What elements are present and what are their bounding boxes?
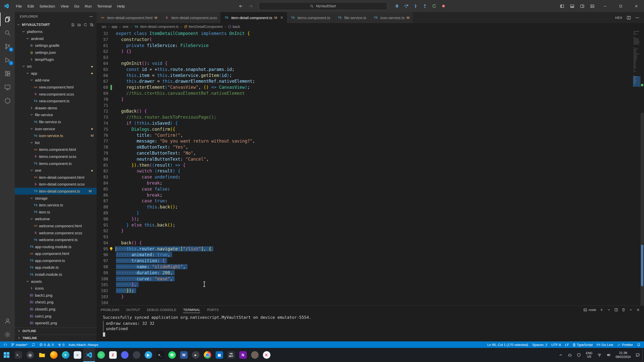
line-number[interactable]: 92	[97, 228, 108, 234]
line-number[interactable]: 61	[97, 43, 108, 49]
tree-item-welcome[interactable]: welcome	[15, 215, 97, 222]
status-language-mode[interactable]: {}TypeScript	[571, 341, 595, 348]
panel-trash-button[interactable]	[622, 308, 625, 312]
line-number[interactable]: 98	[97, 264, 108, 270]
tab-icon-service.ts[interactable]: TSicon-service.tsM	[370, 12, 413, 23]
panel-plus-button[interactable]	[600, 308, 603, 312]
line-number[interactable]: 93	[97, 234, 108, 240]
line-number[interactable]: 90	[97, 216, 108, 222]
taskbar-app-cmd[interactable]: >_	[154, 348, 166, 362]
tree-item-src[interactable]: src●	[15, 63, 97, 70]
code-line-81[interactable]: 81 }).then((result) => {	[97, 162, 644, 168]
taskbar-app-start[interactable]	[1, 348, 12, 362]
line-number[interactable]: 64	[97, 61, 108, 67]
breadcrumb-app[interactable]: app	[111, 25, 117, 29]
tray-volume[interactable]	[604, 348, 613, 362]
code-line-88[interactable]: 88 this.back();	[97, 204, 644, 210]
status-ports[interactable]: 0	[56, 341, 67, 348]
tree-item-app.component.html[interactable]: <>app.component.html	[15, 250, 97, 257]
tree-item-one[interactable]: one●	[15, 167, 97, 174]
code-line-99[interactable]: 99········duration: 200,	[97, 270, 644, 276]
code-line-68[interactable]: 68 registerElement("CanvasView", () => C…	[97, 84, 644, 90]
win-min-button[interactable]	[597, 0, 613, 12]
line-number[interactable]: 74	[97, 120, 108, 126]
code-line-87[interactable]: 87 case true:	[97, 198, 644, 204]
code-line-83[interactable]: 83 case undefined:	[97, 174, 644, 180]
panel-tab-debug-console[interactable]: DEBUG CONSOLE	[147, 306, 176, 314]
taskbar-app-movies-tv[interactable]: ▣	[213, 348, 225, 362]
tree-item-chest1.png[interactable]: chest1.png	[15, 299, 97, 306]
code-line-102[interactable]: 102····});	[97, 288, 644, 294]
tree-item-items.component.ts[interactable]: TSitems.component.ts	[15, 160, 97, 167]
tree-item-icon-service[interactable]: icon-service●	[15, 125, 97, 132]
code-line-89[interactable]: 89 }	[97, 210, 644, 216]
code-line-64[interactable]: 64 ngOnInit(): void {	[97, 61, 644, 67]
status-cursor-position[interactable]: Ln 95, Col 1 (170 selected)	[485, 341, 530, 348]
refresh-button[interactable]	[84, 23, 87, 27]
status-notifications[interactable]	[635, 341, 642, 348]
code-line-73[interactable]: 73 //this.router.backToPreviousPage();	[97, 114, 644, 120]
code-line-98[interactable]: 98········name: "slideRight",	[97, 264, 644, 270]
line-number[interactable]: 101	[97, 282, 108, 288]
panel-chevron-down-button[interactable]	[607, 308, 611, 312]
line-number[interactable]: 91	[97, 222, 108, 228]
code-editor[interactable]: 32export class ItemDetailComponent imple…	[97, 30, 644, 305]
debug-stop-button[interactable]	[439, 2, 448, 10]
tree-item-new.component.html[interactable]: <>new.component.html	[15, 84, 97, 91]
code-line-77[interactable]: 77 message: "Do you want return without …	[97, 138, 644, 144]
panel-split-button[interactable]	[614, 308, 618, 312]
code-line-74[interactable]: 74 if (!this.isSaved) {	[97, 120, 644, 126]
go-forward-button[interactable]	[247, 2, 255, 10]
tree-item-opened1.png[interactable]: opened1.png	[15, 320, 97, 327]
status-problems[interactable]: 00	[37, 341, 56, 348]
menu-edit[interactable]: Edit	[25, 0, 37, 12]
code-line-61[interactable]: 61 private fileService: FileService	[97, 43, 644, 49]
line-number[interactable]: 75	[97, 126, 108, 132]
line-number[interactable]: 97	[97, 258, 108, 264]
line-number[interactable]: 104	[97, 300, 108, 305]
tree-item-new.component.scss[interactable]: Snew.component.scss	[15, 90, 97, 98]
code-line-66[interactable]: 66 this.item = this.itemService.getItem(…	[97, 73, 644, 79]
command-center-search[interactable]: MyVaultStart	[259, 2, 387, 10]
minimap[interactable]	[633, 30, 640, 305]
line-number[interactable]: 85	[97, 186, 108, 192]
taskbar-app-notepad[interactable]: ≡	[71, 348, 83, 362]
menu-terminal[interactable]: Terminal	[95, 0, 114, 12]
status-eol[interactable]: LF	[563, 341, 571, 348]
code-line-76[interactable]: 76 title: "Confirm!",	[97, 132, 644, 139]
debug-step-over-button[interactable]	[402, 2, 411, 10]
code-line-96[interactable]: 96······animated: true,	[97, 252, 644, 258]
tree-item-android[interactable]: android	[15, 35, 97, 42]
code-line-82[interactable]: 82 switch (result) {	[97, 168, 644, 174]
code-line-84[interactable]: 84 break;	[97, 180, 644, 186]
code-line-70[interactable]: 70 }	[97, 97, 644, 103]
code-line-95[interactable]: 95····this.router.navigate(["/list"], {	[97, 246, 644, 252]
line-number[interactable]: 86	[97, 192, 108, 198]
tree-item-list[interactable]: list	[15, 139, 97, 146]
tree-item-new.component.ts[interactable]: TSnew.component.ts	[15, 98, 97, 105]
taskbar-app-telegram[interactable]: ▶	[142, 348, 154, 362]
window-close-button[interactable]	[628, 0, 644, 12]
taskbar-app-discord[interactable]	[119, 348, 131, 362]
line-number[interactable]: 65	[97, 67, 108, 73]
taskbar-app-krita[interactable]: K	[261, 348, 272, 362]
code-line-67[interactable]: 67 this.drawer = this.drawerElementRef.n…	[97, 78, 644, 84]
tree-item-item.service.ts[interactable]: TSitem.service.ts	[15, 202, 97, 209]
taskbar-app-windows-terminal[interactable]: >_	[12, 348, 24, 362]
code-line-62[interactable]: 62 ) {}	[97, 49, 644, 55]
layout-custom-toggle[interactable]	[587, 0, 597, 12]
code-line-65[interactable]: 65 const id = +this.route.snapshot.param…	[97, 67, 644, 73]
section-timeline[interactable]: TIMELINE	[15, 334, 97, 341]
line-number[interactable]: 76	[97, 132, 108, 139]
tree-item-coin1.png[interactable]: coin1.png	[15, 312, 97, 320]
debug-step-into-button[interactable]	[411, 2, 420, 10]
panel-close-button[interactable]	[636, 308, 640, 312]
tree-item-assets[interactable]: assets	[15, 278, 97, 285]
layout-panel-toggle[interactable]	[567, 0, 577, 12]
tree-item-tempPlugin[interactable]: tempPlugin	[15, 56, 97, 63]
activitybar-accounts[interactable]	[0, 314, 15, 328]
activitybar-remote-explorer[interactable]	[0, 80, 15, 94]
status-indentation[interactable]: Spaces: 2	[530, 341, 549, 348]
tray-hidden-icons[interactable]	[556, 348, 565, 362]
tree-item-app.component.ts[interactable]: TSapp.component.ts	[15, 257, 97, 264]
